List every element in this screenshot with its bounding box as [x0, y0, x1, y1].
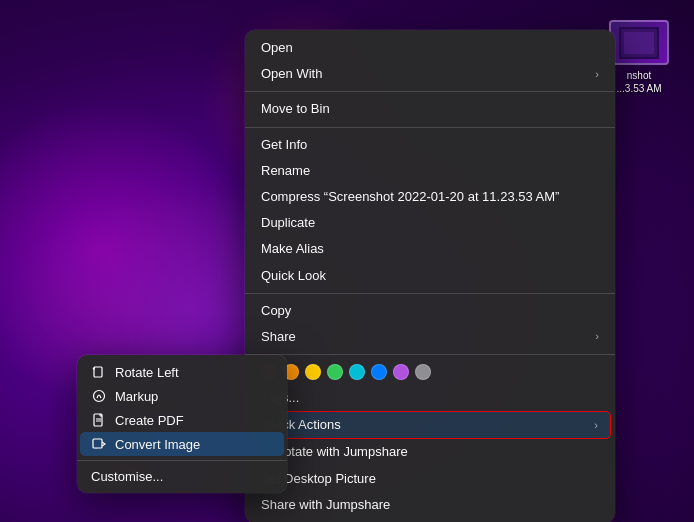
- svg-point-5: [94, 391, 105, 402]
- menu-item-get-info[interactable]: Get Info: [245, 132, 615, 158]
- convert-image-icon: [91, 436, 107, 452]
- sub-separator: [77, 460, 287, 461]
- submenu-item-customise[interactable]: Customise...: [77, 465, 287, 488]
- svg-rect-7: [93, 439, 102, 448]
- menu-item-share-jumpshare[interactable]: Share with Jumpshare: [245, 492, 615, 518]
- menu-item-duplicate[interactable]: Duplicate: [245, 210, 615, 236]
- svg-rect-4: [94, 367, 102, 377]
- separator-1: [245, 91, 615, 92]
- tag-yellow[interactable]: [305, 364, 321, 380]
- pdf-icon: [91, 412, 107, 428]
- tag-purple[interactable]: [393, 364, 409, 380]
- submenu-label-create-pdf: Create PDF: [115, 413, 184, 428]
- menu-item-quick-look[interactable]: Quick Look: [245, 263, 615, 289]
- tag-gray[interactable]: [415, 364, 431, 380]
- separator-2: [245, 127, 615, 128]
- submenu-item-convert-image[interactable]: Convert Image: [80, 432, 284, 456]
- rotate-left-icon: [91, 364, 107, 380]
- menu-item-compress[interactable]: Compress “Screenshot 2022-01-20 at 11.23…: [245, 184, 615, 210]
- tag-teal[interactable]: [349, 364, 365, 380]
- separator-4: [245, 354, 615, 355]
- menu-item-set-desktop[interactable]: Set Desktop Picture: [245, 466, 615, 492]
- svg-rect-2: [624, 32, 654, 54]
- menu-item-annotate[interactable]: Annotate with Jumpshare: [245, 439, 615, 465]
- file-thumbnail: [609, 20, 669, 65]
- submenu-item-rotate-left[interactable]: Rotate Left: [77, 360, 287, 384]
- submenu-arrow-share: ›: [595, 329, 599, 344]
- menu-item-move-to-bin[interactable]: Move to Bin: [245, 96, 615, 122]
- context-menu: Open Open With › Move to Bin Get Info Re…: [245, 30, 615, 522]
- submenu-arrow-open-with: ›: [595, 67, 599, 82]
- tag-green[interactable]: [327, 364, 343, 380]
- menu-item-tags[interactable]: Tags...: [245, 385, 615, 411]
- menu-item-rename[interactable]: Rename: [245, 158, 615, 184]
- submenu-arrow-quick-actions: ›: [594, 418, 598, 433]
- submenu-item-create-pdf[interactable]: Create PDF: [77, 408, 287, 432]
- submenu-label-customise: Customise...: [91, 469, 163, 484]
- submenu-label-markup: Markup: [115, 389, 158, 404]
- quick-actions-submenu: Rotate Left Markup Create PDF: [77, 355, 287, 493]
- menu-item-quick-actions[interactable]: Quick Actions ›: [249, 411, 611, 439]
- menu-item-open-with[interactable]: Open With ›: [245, 61, 615, 87]
- menu-item-make-alias[interactable]: Make Alias: [245, 236, 615, 262]
- tag-blue[interactable]: [371, 364, 387, 380]
- submenu-label-convert-image: Convert Image: [115, 437, 200, 452]
- separator-3: [245, 293, 615, 294]
- menu-item-open[interactable]: Open: [245, 35, 615, 61]
- menu-item-copy[interactable]: Copy: [245, 298, 615, 324]
- submenu-item-markup[interactable]: Markup: [77, 384, 287, 408]
- menu-item-share[interactable]: Share ›: [245, 324, 615, 350]
- tags-color-row: [245, 359, 615, 385]
- submenu-label-rotate-left: Rotate Left: [115, 365, 179, 380]
- markup-icon: [91, 388, 107, 404]
